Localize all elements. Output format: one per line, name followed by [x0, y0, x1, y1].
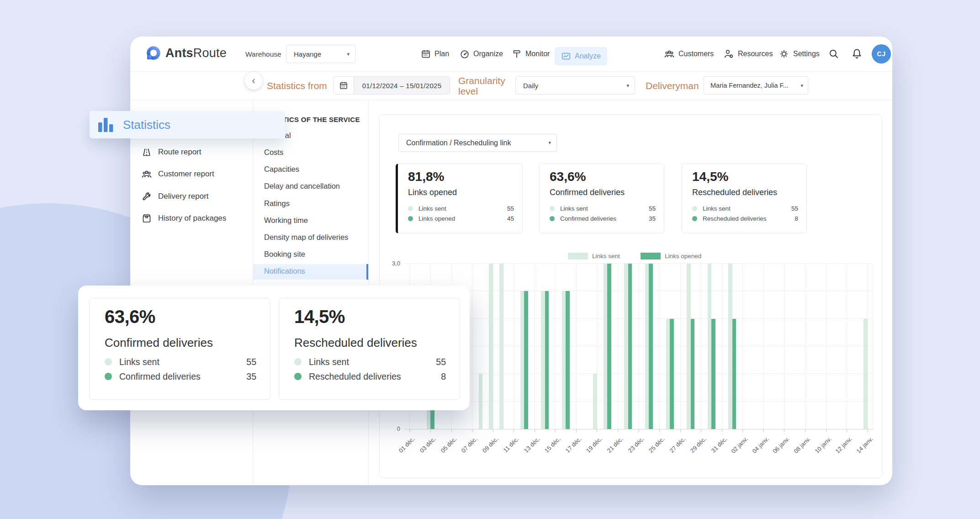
- search-icon[interactable]: [828, 48, 840, 60]
- bar-links-sent: [645, 264, 649, 429]
- sidebar-item-statistics[interactable]: Statistics: [90, 111, 285, 138]
- row-label: Confirmed deliveries: [560, 215, 616, 222]
- row-label: Links sent: [119, 357, 159, 367]
- legend-label: Links opened: [665, 253, 701, 260]
- back-button[interactable]: ‹: [245, 72, 262, 90]
- bar-links-opened: [524, 291, 528, 429]
- bar-links-sent: [624, 264, 628, 429]
- sidebar-item-route-report[interactable]: Route report: [141, 147, 201, 158]
- overlay-title: Rescheduled deliveries: [294, 336, 417, 350]
- bell-icon[interactable]: [851, 48, 863, 60]
- row-label: Links opened: [418, 215, 455, 222]
- tab-plan[interactable]: Plan: [421, 49, 449, 59]
- bar-links-sent: [863, 319, 868, 429]
- bar-links-sent: [489, 264, 493, 429]
- nav-customers-label: Customers: [678, 50, 714, 58]
- row-value: 8: [441, 371, 446, 382]
- chevron-down-icon: ▾: [800, 83, 803, 89]
- overlay-card-confirmed-deliveries: 63,6% Confirmed deliveries Links sent55 …: [89, 298, 270, 400]
- sidebar-item-delivery-report[interactable]: Delivery report: [141, 191, 209, 202]
- bar-links-opened: [670, 319, 674, 429]
- calendar-icon: [421, 49, 431, 59]
- warehouse-label: Warehouse: [245, 50, 281, 58]
- subnav-item-density-map[interactable]: Density map of deliveries: [264, 233, 348, 242]
- stat-card-rescheduled-deliveries[interactable]: 14,5% Rescheduled deliveries Links sent5…: [682, 164, 807, 233]
- chevron-down-icon: ▾: [548, 140, 551, 146]
- bar-links-opened: [732, 319, 736, 429]
- customers-icon: [664, 48, 675, 59]
- granularity-label-line1: Granularity: [458, 75, 505, 86]
- row-label: Rescheduled deliveries: [703, 215, 767, 222]
- bar-links-sent: [708, 264, 712, 429]
- bar-links-sent: [541, 291, 545, 429]
- row-value: 35: [649, 215, 656, 222]
- deliveryman-select[interactable]: Maria Fernandez, Julia F... ▾: [704, 76, 808, 95]
- customers-icon: [141, 169, 152, 180]
- tab-plan-label: Plan: [434, 50, 449, 58]
- bar-links-sent: [666, 319, 670, 429]
- row-label: Links sent: [418, 205, 446, 212]
- tab-monitor[interactable]: Monitor: [512, 49, 550, 59]
- date-range-picker[interactable]: 01/12/2024 – 15/01/2025: [333, 76, 450, 95]
- bar-links-sent: [479, 374, 483, 429]
- subnav-item-delay-and-cancellation[interactable]: Delay and cancellation: [264, 182, 340, 191]
- granularity-select[interactable]: Daily ▾: [515, 76, 635, 95]
- subnav-item-working-time[interactable]: Working time: [264, 216, 308, 225]
- bar-links-opened: [545, 291, 549, 429]
- bar-links-opened: [628, 264, 632, 429]
- bar-links-sent: [499, 264, 503, 429]
- links-sent-dot: [692, 206, 697, 211]
- road-icon: [141, 147, 152, 158]
- date-range-value: 01/12/2024 – 15/01/2025: [354, 77, 450, 94]
- bar-links-sent: [728, 264, 732, 429]
- nav-customers[interactable]: Customers: [664, 49, 714, 59]
- subnav-item-booking-site[interactable]: Booking site: [264, 250, 305, 259]
- calendar-icon: [334, 77, 354, 94]
- rescheduled-deliveries-dot: [692, 216, 697, 221]
- subnav-item-notifications[interactable]: Notifications: [264, 267, 305, 275]
- nav-resources[interactable]: Resources: [723, 49, 773, 59]
- row-value: 55: [507, 205, 514, 212]
- row-value: 55: [791, 205, 798, 212]
- tab-organize-label: Organize: [473, 50, 503, 58]
- links-sent-dot: [294, 358, 302, 365]
- subnav-item-costs[interactable]: Costs: [264, 148, 283, 157]
- row-value: 55: [246, 357, 256, 367]
- overlay-percent: 14,5%: [294, 307, 345, 327]
- bar-links-sent: [520, 291, 524, 429]
- nav-settings-label: Settings: [793, 50, 820, 58]
- chevron-down-icon: ▾: [626, 83, 629, 89]
- sidebar-item-history-of-packages[interactable]: History of packages: [141, 213, 226, 224]
- tab-organize[interactable]: Organize: [460, 49, 503, 59]
- sidebar-history-of-packages-label: History of packages: [158, 214, 226, 223]
- warehouse-select[interactable]: Hayange ▾: [286, 45, 355, 63]
- links-sent-dot: [408, 206, 413, 211]
- brand-logo-icon: [144, 45, 162, 62]
- stat-percent: 63,6%: [550, 169, 586, 184]
- legend-links-opened[interactable]: Links opened: [641, 253, 701, 260]
- gear-icon: [779, 48, 789, 59]
- person-gear-icon: [723, 48, 734, 59]
- subnav-item-capacities[interactable]: Capacities: [264, 165, 299, 174]
- statistics-bars-icon: [97, 117, 115, 133]
- avatar[interactable]: CJ: [872, 44, 891, 64]
- tab-analyze[interactable]: Analyze: [555, 47, 607, 65]
- legend-links-sent[interactable]: Links sent: [568, 253, 620, 260]
- sidebar-item-customer-report[interactable]: Customer report: [141, 169, 214, 180]
- row-label: Confirmed deliveries: [119, 371, 201, 382]
- nav-resources-label: Resources: [738, 50, 773, 58]
- brand-light: Route: [193, 46, 227, 60]
- warehouse-value: Hayange: [294, 50, 321, 58]
- tab-analyze-label: Analyze: [575, 52, 601, 60]
- stat-title: Rescheduled deliveries: [692, 188, 777, 197]
- metric-select[interactable]: Confirmation / Rescheduling link ▾: [398, 134, 557, 152]
- bar-links-sent: [687, 264, 691, 429]
- package-icon: [141, 213, 152, 224]
- stat-card-links-opened[interactable]: 81,8% Links opened Links sent55 Links op…: [396, 164, 523, 233]
- nav-settings[interactable]: Settings: [779, 49, 820, 59]
- bar-links-sent: [593, 374, 597, 429]
- subnav-item-ratings[interactable]: Ratings: [264, 199, 290, 208]
- stat-card-confirmed-deliveries[interactable]: 63,6% Confirmed deliveries Links sent55 …: [539, 164, 664, 233]
- stat-title: Links opened: [408, 188, 457, 197]
- bar-links-sent: [604, 264, 608, 429]
